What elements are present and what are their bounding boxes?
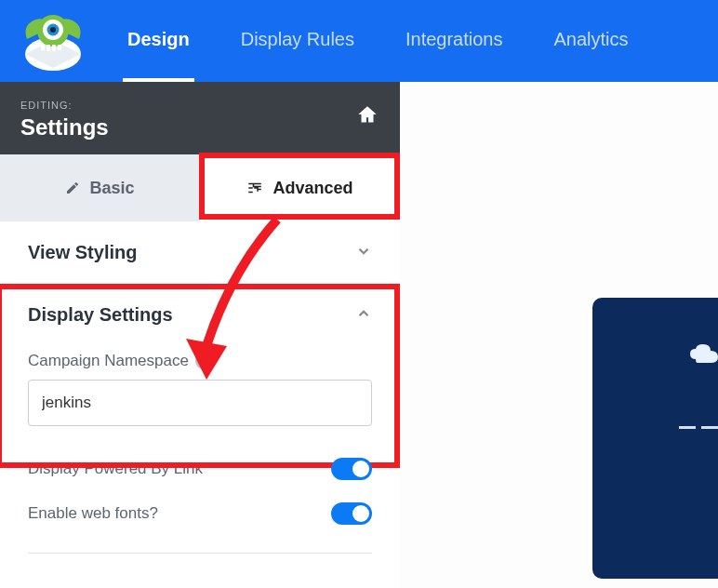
campaign-namespace-label: Campaign Namespace [28, 352, 189, 370]
subtab-basic[interactable]: Basic [0, 154, 200, 221]
subtab-basic-label: Basic [89, 179, 134, 198]
app-logo [11, 7, 95, 74]
row-display-powered-by: Display Powered By Link [0, 447, 400, 491]
help-icon[interactable]: ? [195, 353, 212, 369]
dashed-line [679, 426, 718, 432]
section-display-settings[interactable]: Display Settings [0, 284, 400, 346]
enable-web-fonts-label: Enable web fonts? [28, 504, 158, 523]
section-view-styling-title: View Styling [28, 242, 137, 263]
section-display-settings-title: Display Settings [28, 304, 173, 326]
pencil-icon [65, 180, 80, 195]
svg-rect-7 [52, 45, 56, 51]
editing-title: Settings [20, 114, 109, 140]
editing-label: EDITING: [20, 100, 73, 111]
subtab-advanced-label: Advanced [273, 179, 352, 198]
main-tabs: Design Display Rules Integrations Analyt… [123, 0, 633, 82]
svg-rect-5 [41, 45, 45, 50]
preview-popup [592, 298, 718, 579]
tab-display-rules[interactable]: Display Rules [236, 0, 359, 82]
tab-integrations[interactable]: Integrations [401, 0, 508, 82]
top-navigation: Design Display Rules Integrations Analyt… [0, 0, 718, 82]
section-view-styling[interactable]: View Styling [0, 221, 400, 284]
toggle-enable-web-fonts[interactable] [331, 502, 372, 525]
editing-header: EDITING: Settings [0, 82, 400, 154]
home-button[interactable] [355, 103, 379, 133]
tab-analytics[interactable]: Analytics [549, 0, 632, 82]
chevron-down-icon [355, 243, 372, 263]
svg-point-4 [50, 27, 56, 33]
sliders-icon [246, 180, 263, 196]
settings-sidebar: EDITING: Settings Basic Advanced View St… [0, 82, 400, 588]
settings-subtabs: Basic Advanced [0, 154, 400, 221]
chevron-up-icon [355, 305, 372, 326]
divider [28, 553, 372, 554]
home-icon [355, 103, 379, 127]
subtab-advanced[interactable]: Advanced [200, 154, 400, 221]
campaign-namespace-input[interactable] [28, 380, 372, 426]
row-enable-web-fonts: Enable web fonts? [0, 491, 400, 536]
field-campaign-namespace: Campaign Namespace ? [0, 346, 400, 447]
display-powered-label: Display Powered By Link [28, 460, 203, 478]
cloud-icon [690, 342, 718, 365]
svg-rect-8 [58, 45, 61, 50]
svg-rect-6 [47, 45, 50, 51]
preview-canvas [400, 82, 718, 588]
tab-design[interactable]: Design [123, 0, 194, 82]
toggle-display-powered[interactable] [331, 458, 372, 480]
